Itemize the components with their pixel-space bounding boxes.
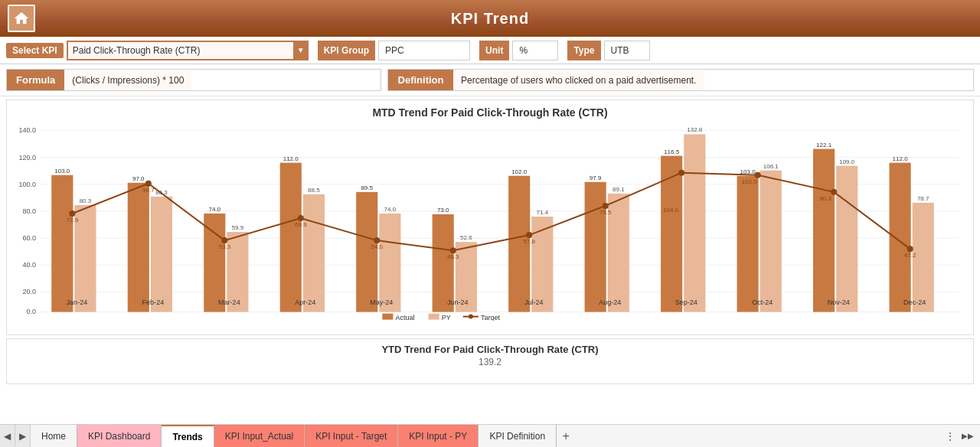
target-dot-dec — [907, 246, 913, 252]
mtd-chart-container: MTD Trend For Paid Click-Through Rate (C… — [6, 100, 974, 335]
bar-apr-py — [303, 194, 325, 312]
tab-kpi-input-target[interactable]: KPI Input - Target — [305, 425, 398, 448]
target-dot-jul — [526, 232, 532, 238]
kpi-select-group: ▼ — [67, 41, 309, 60]
kpi-dropdown-arrow[interactable]: ▼ — [293, 41, 309, 60]
select-kpi-label: Select KPI — [6, 43, 64, 58]
definition-box: Definition Percentage of users who click… — [387, 69, 974, 91]
svg-text:20.0: 20.0 — [23, 288, 37, 295]
legend-actual-label: Actual — [395, 314, 414, 321]
legend-actual-box — [382, 314, 393, 320]
svg-text:54.0: 54.0 — [371, 243, 383, 250]
bar-feb-actual — [128, 183, 149, 312]
ytd-chart-title: YTD Trend For Paid Click-Through Rate (C… — [11, 344, 969, 355]
bar-apr-actual — [280, 163, 302, 312]
bar-jun-actual — [433, 214, 454, 312]
svg-text:88.5: 88.5 — [308, 187, 320, 194]
svg-text:71.4: 71.4 — [537, 209, 549, 216]
svg-text:Jun-24: Jun-24 — [447, 299, 469, 306]
tab-kpi-input-actual[interactable]: KPI Input_Actual — [214, 425, 305, 448]
svg-text:Mar-24: Mar-24 — [218, 299, 240, 306]
type-label: Type — [567, 41, 600, 60]
svg-text:47.2: 47.2 — [904, 252, 916, 259]
target-dot-may — [374, 237, 380, 243]
svg-text:53.3: 53.3 — [219, 243, 231, 250]
mtd-chart-svg: 140.0 120.0 100.0 80.0 60.0 40.0 20.0 0.… — [13, 122, 967, 321]
svg-text:Sep-24: Sep-24 — [675, 299, 697, 306]
target-dot-jan — [69, 210, 75, 217]
svg-text:69.9: 69.9 — [295, 221, 307, 228]
svg-text:46.3: 46.3 — [447, 253, 459, 260]
bar-feb-py — [151, 197, 172, 312]
svg-text:78.7: 78.7 — [917, 195, 929, 202]
svg-text:132.8: 132.8 — [687, 126, 703, 133]
svg-text:104.0: 104.0 — [663, 207, 679, 214]
bar-nov-actual — [813, 149, 835, 312]
svg-text:Aug-24: Aug-24 — [599, 299, 621, 306]
bar-sep-py — [684, 134, 705, 312]
svg-text:103.0: 103.0 — [54, 168, 70, 175]
svg-text:Jul-24: Jul-24 — [524, 299, 544, 306]
definition-label: Definition — [388, 70, 453, 90]
home-button[interactable] — [8, 5, 35, 32]
tab-kpi-input-py[interactable]: KPI Input - PY — [398, 425, 479, 448]
bar-may-py — [379, 214, 400, 312]
svg-text:Jan-24: Jan-24 — [67, 299, 88, 306]
formula-label: Formula — [7, 70, 64, 90]
target-dot-sep — [678, 170, 684, 176]
svg-text:52.6: 52.6 — [460, 234, 472, 241]
svg-text:59.9: 59.9 — [232, 224, 244, 231]
svg-text:Feb-24: Feb-24 — [142, 299, 165, 306]
svg-text:57.8: 57.8 — [523, 238, 535, 245]
formula-box: Formula (Clicks / Impressions) * 100 — [6, 69, 381, 91]
svg-text:116.5: 116.5 — [664, 148, 680, 155]
svg-text:102.0: 102.0 — [511, 168, 528, 175]
tab-add-button[interactable]: + — [557, 427, 575, 445]
formula-definition-row: Formula (Clicks / Impressions) * 100 Def… — [0, 64, 980, 96]
target-dot-oct — [755, 172, 761, 178]
type-value: UTB — [604, 41, 650, 60]
unit-value: % — [512, 41, 558, 60]
mtd-chart-title: MTD Trend For Paid Click-Through Rate (C… — [13, 106, 967, 119]
tab-nav-left[interactable]: ◀ — [0, 425, 15, 448]
target-dot-aug — [603, 203, 609, 209]
tab-scroll-right-icon[interactable]: ▶▶ — [962, 432, 974, 440]
svg-text:140.0: 140.0 — [19, 126, 37, 134]
bar-aug-actual — [585, 182, 606, 312]
ytd-first-value: 139.2 — [11, 357, 969, 367]
svg-text:106.1: 106.1 — [763, 163, 779, 170]
legend-target-dot — [469, 315, 473, 319]
target-dot-jun — [450, 247, 456, 253]
svg-text:74.0: 74.0 — [208, 206, 220, 213]
bar-nov-py — [836, 166, 858, 312]
formula-value: (Clicks / Impressions) * 100 — [64, 70, 191, 90]
tab-nav-right[interactable]: ▶ — [15, 425, 31, 448]
svg-text:May-24: May-24 — [370, 299, 393, 306]
tab-kpi-dashboard[interactable]: KPI Dashboard — [77, 425, 162, 448]
svg-text:112.0: 112.0 — [283, 155, 299, 162]
svg-text:79.5: 79.5 — [599, 209, 612, 216]
tab-home[interactable]: Home — [31, 425, 77, 448]
svg-text:Oct-24: Oct-24 — [752, 299, 773, 306]
top-bar: Select KPI ▼ KPI Group PPC Unit % Type U… — [0, 37, 980, 64]
svg-text:97.0: 97.0 — [132, 175, 145, 182]
bar-dec-actual — [890, 163, 911, 312]
bottom-tabs: ◀ ▶ Home KPI Dashboard Trends KPI Input_… — [0, 424, 980, 447]
kpi-select-input[interactable] — [67, 41, 296, 60]
tab-trends[interactable]: Trends — [162, 425, 214, 448]
svg-text:120.0: 120.0 — [19, 154, 37, 162]
tab-more-options[interactable]: ⋮ ▶▶ — [939, 427, 980, 445]
svg-text:96.7: 96.7 — [142, 187, 155, 194]
unit-label: Unit — [479, 41, 509, 60]
bar-jan-actual — [51, 175, 73, 312]
svg-text:80.0: 80.0 — [23, 207, 37, 215]
svg-text:97.9: 97.9 — [590, 175, 602, 181]
svg-text:100.0: 100.0 — [19, 181, 37, 188]
bar-may-actual — [356, 192, 377, 312]
svg-text:73.0: 73.0 — [437, 207, 449, 214]
svg-text:90.3: 90.3 — [819, 195, 831, 202]
definition-value: Percentage of users who clicked on a pai… — [453, 70, 704, 90]
tab-kpi-definition[interactable]: KPI Definition — [479, 425, 557, 448]
bar-oct-actual — [737, 176, 759, 312]
svg-text:73.9: 73.9 — [67, 217, 79, 224]
